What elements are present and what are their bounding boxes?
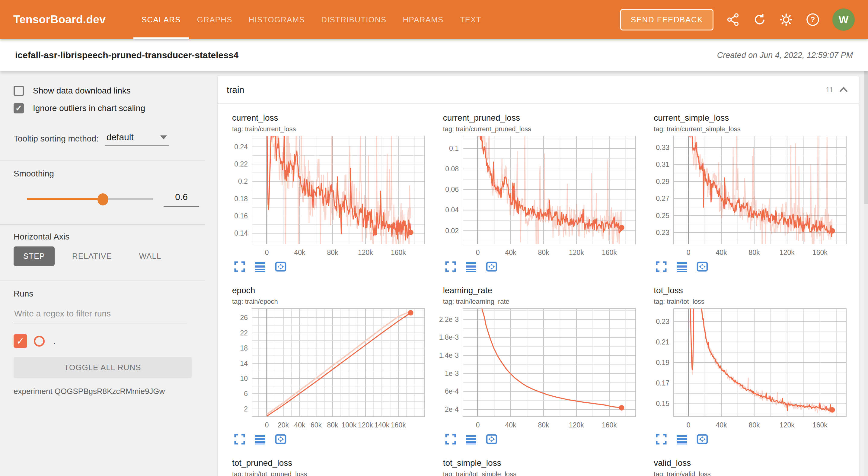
svg-text:14: 14 <box>240 359 248 368</box>
tooltip-sorting-dropdown[interactable]: default <box>105 132 169 146</box>
svg-text:1e-3: 1e-3 <box>445 370 459 377</box>
svg-text:0.2: 0.2 <box>238 178 248 185</box>
runs-regex-input[interactable] <box>13 305 187 323</box>
svg-text:0.24: 0.24 <box>234 143 248 151</box>
chart-plot-current_loss[interactable]: 0.240.220.20.180.160.14040k80k120k160k <box>226 135 425 257</box>
toggle-y-axis-button[interactable] <box>465 434 477 445</box>
tab-scalars[interactable]: SCALARS <box>133 0 189 39</box>
fit-domain-button[interactable] <box>486 261 497 273</box>
share-icon <box>726 13 740 27</box>
toggle-all-runs-button[interactable]: TOGGLE ALL RUNS <box>13 357 192 378</box>
user-avatar[interactable]: W <box>832 8 855 31</box>
svg-text:0: 0 <box>476 421 479 429</box>
expand-chart-button[interactable] <box>445 434 456 445</box>
horizontal-bars-icon <box>465 434 477 445</box>
tab-text[interactable]: TEXT <box>452 0 490 39</box>
svg-text:0.23: 0.23 <box>656 318 670 325</box>
chart-plot-current_pruned_loss[interactable]: 0.10.080.060.040.02040k80k120k160k <box>437 135 636 257</box>
svg-text:0.15: 0.15 <box>656 400 670 408</box>
help-button[interactable]: ? <box>806 13 820 27</box>
svg-text:160k: 160k <box>391 421 406 429</box>
fit-domain-button[interactable] <box>275 434 286 445</box>
scalar-chart-card: valid_losstag: train/valid_loss <box>648 449 859 476</box>
show-download-links-checkbox[interactable]: Show data download links <box>13 86 199 96</box>
svg-text:0.02: 0.02 <box>445 227 459 235</box>
settings-button[interactable] <box>779 13 793 27</box>
svg-text:10: 10 <box>240 375 248 382</box>
axis-button-relative[interactable]: RELATIVE <box>62 247 122 266</box>
svg-text:80k: 80k <box>327 249 338 256</box>
fit-domain-button[interactable] <box>486 434 497 445</box>
svg-text:160k: 160k <box>812 249 828 256</box>
fullscreen-icon <box>655 434 667 445</box>
fit-domain-button[interactable] <box>696 434 708 445</box>
chart-plot-epoch[interactable]: 262218141062020k40k60k80k100k120k140k160… <box>226 308 425 430</box>
scalar-chart-card: epochtag: train/epoch262218141062020k40k… <box>226 277 437 449</box>
smoothing-value-input[interactable]: 0.6 <box>163 192 199 207</box>
toggle-y-axis-button[interactable] <box>254 261 266 273</box>
scalar-chart-card: tot_pruned_losstag: train/tot_pruned_los… <box>226 449 437 476</box>
expand-chart-button[interactable] <box>655 261 667 273</box>
svg-text:1.4e-3: 1.4e-3 <box>439 351 459 359</box>
chart-toolbar <box>445 261 648 273</box>
toggle-y-axis-button[interactable] <box>465 261 477 273</box>
svg-text:0.22: 0.22 <box>234 160 248 168</box>
chart-toolbar <box>445 434 648 445</box>
fullscreen-icon <box>234 434 245 445</box>
experiment-titlebar: icefall-asr-librispeech-pruned-transduce… <box>0 39 868 71</box>
smoothing-slider[interactable] <box>27 198 153 200</box>
tab-distributions[interactable]: DISTRIBUTIONS <box>313 0 395 39</box>
svg-text:120k: 120k <box>569 421 584 429</box>
horizontal-bars-icon <box>676 261 687 273</box>
fit-domain-button[interactable] <box>696 261 708 273</box>
fit-to-data-icon <box>696 434 708 445</box>
expand-chart-button[interactable] <box>655 434 667 445</box>
ignore-outliers-checkbox[interactable]: ✓ Ignore outliers in chart scaling <box>13 103 199 114</box>
run-checkbox-checked-icon[interactable]: ✓ <box>13 334 27 348</box>
chart-plot-tot_loss[interactable]: 0.230.210.190.170.15040k80k120k160k <box>648 308 847 430</box>
dashboard-tabs: SCALARSGRAPHSHISTOGRAMSDISTRIBUTIONSHPAR… <box>133 0 490 39</box>
tab-graphs[interactable]: GRAPHS <box>189 0 241 39</box>
expand-chart-button[interactable] <box>234 434 245 445</box>
checkbox-label: Show data download links <box>33 86 131 96</box>
scrollbar-thumb[interactable] <box>864 71 868 204</box>
chart-plot-learning_rate[interactable]: 2.2e-31.8e-31.4e-31e-36e-42e-4040k80k120… <box>437 308 636 430</box>
refresh-button[interactable] <box>753 13 767 27</box>
expand-chart-button[interactable] <box>445 261 456 273</box>
run-color-swatch-icon[interactable] <box>34 336 45 347</box>
toggle-y-axis-button[interactable] <box>254 434 266 445</box>
chart-toolbar <box>655 434 859 445</box>
toggle-y-axis-button[interactable] <box>676 261 687 273</box>
svg-text:2e-4: 2e-4 <box>445 405 459 413</box>
tab-hparams[interactable]: HPARAMS <box>395 0 452 39</box>
collapse-section-button[interactable] <box>838 84 849 96</box>
horizontal-axis-label: Horizontal Axis <box>13 232 199 242</box>
chart-plot-current_simple_loss[interactable]: 0.330.310.290.270.250.23040k80k120k160k <box>648 135 847 257</box>
expand-chart-button[interactable] <box>234 261 245 273</box>
axis-button-wall[interactable]: WALL <box>129 247 171 266</box>
horizontal-bars-icon <box>465 261 477 273</box>
tab-histograms[interactable]: HISTOGRAMS <box>241 0 313 39</box>
axis-button-step[interactable]: STEP <box>13 247 55 266</box>
svg-text:0: 0 <box>265 421 269 429</box>
svg-text:22: 22 <box>240 329 248 337</box>
train-section-card: train 11 current_losstag: train/current_… <box>217 76 859 476</box>
svg-text:120k: 120k <box>358 249 373 256</box>
charts-grid: current_losstag: train/current_loss0.240… <box>218 104 859 476</box>
send-feedback-button[interactable]: SEND FEEDBACK <box>620 9 713 30</box>
chart-tag: tag: train/valid_loss <box>654 470 859 476</box>
chart-count-badge: 11 <box>826 86 833 94</box>
toggle-y-axis-button[interactable] <box>676 434 687 445</box>
chart-title: valid_loss <box>654 458 859 468</box>
chart-tag: tag: train/current_pruned_loss <box>443 125 648 133</box>
chart-tag: tag: train/current_simple_loss <box>654 125 859 133</box>
experiment-id-text: experiment QOGSPBgsR8KzcRMmie9JGw <box>13 387 199 396</box>
chart-tag: tag: train/learning_rate <box>443 298 648 306</box>
svg-text:6: 6 <box>244 390 248 398</box>
svg-text:0.14: 0.14 <box>234 229 248 237</box>
share-button[interactable] <box>726 13 740 27</box>
train-section-header[interactable]: train 11 <box>218 76 859 104</box>
gear-icon <box>779 13 793 27</box>
slider-thumb[interactable] <box>97 193 108 205</box>
fit-domain-button[interactable] <box>275 261 286 273</box>
